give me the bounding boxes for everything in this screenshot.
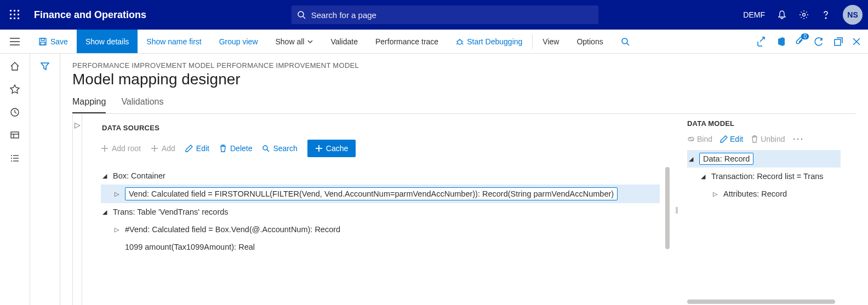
chevron-icon[interactable] [711,191,719,198]
tree-node-label: Attributes: Record [723,188,787,200]
chevron-icon[interactable] [101,209,108,216]
history-icon[interactable] [10,107,20,117]
svg-rect-3 [10,14,12,15]
edit-dm-button[interactable]: Edit [720,135,743,143]
bell-icon[interactable] [777,10,787,20]
bind-label: Bind [697,135,712,143]
chevron-icon[interactable] [113,226,121,233]
scrollbar-horizontal[interactable] [687,300,835,304]
tree-node-label: Data: Record [699,153,753,165]
svg-line-22 [462,41,463,42]
chevron-icon[interactable] [699,173,707,180]
svg-rect-18 [41,42,45,45]
splitter[interactable]: ‖ [671,114,682,305]
delete-ds-button[interactable]: Delete [219,144,252,153]
svg-rect-2 [18,10,19,11]
svg-rect-0 [10,10,12,11]
add-label: Add [162,144,175,153]
data-sources-heading: DATA SOURCES [102,124,671,132]
expand-types-panel[interactable]: ▷ [72,114,82,305]
attach-icon[interactable] [796,37,804,47]
cache-button[interactable]: Cache [307,140,356,157]
filter-icon[interactable] [40,61,50,305]
svg-point-44 [263,146,267,150]
tree-row[interactable]: #Vend: Calculated field = Box.Vend(@.Acc… [101,221,660,238]
add-button: Add [151,144,175,153]
tree-row[interactable]: Attributes: Record [687,185,841,203]
chevron-down-icon [307,39,313,44]
data-sources-tree[interactable]: Box: ContainerVend: Calculated field = F… [101,167,671,256]
start-debugging-button[interactable]: Start Debugging [447,30,531,53]
chevron-icon[interactable] [113,191,121,198]
svg-rect-27 [835,39,841,45]
search-icon [297,10,306,19]
ribbon-search-icon[interactable] [612,30,638,53]
tree-row[interactable]: Trans: Table 'VendTrans' records [101,203,660,221]
app-launcher-icon[interactable] [0,10,30,20]
svg-point-19 [458,40,462,44]
data-model-heading: DATA MODEL [687,119,852,128]
svg-point-11 [803,14,806,16]
show-all-dropdown[interactable]: Show all [267,30,322,53]
show-all-label: Show all [276,37,305,46]
validate-button[interactable]: Validate [322,30,367,53]
office-icon[interactable] [777,37,786,47]
save-label: Save [50,37,68,46]
tab-mapping[interactable]: Mapping [72,97,106,113]
gear-icon[interactable] [799,10,809,20]
app-title: Finance and Operations [34,9,146,21]
link-icon[interactable] [757,37,767,47]
scrollbar-vertical[interactable] [665,167,670,249]
cache-label: Cache [326,144,348,153]
help-icon[interactable] [821,10,831,20]
more-icon[interactable]: ··· [793,133,804,145]
tab-validations[interactable]: Validations [121,97,163,113]
page-title: Model mapping designer [72,71,856,88]
global-search[interactable] [292,5,598,24]
chevron-icon[interactable] [101,172,108,180]
search-ds-button[interactable]: Search [262,144,297,153]
performance-trace-button[interactable]: Performance trace [367,30,447,53]
user-avatar[interactable]: NS [843,5,863,25]
svg-rect-7 [14,18,15,19]
home-icon[interactable] [10,61,20,71]
svg-line-23 [456,43,458,44]
svg-rect-31 [11,132,19,138]
tree-row[interactable]: 1099 amount(Tax1099Amount): Real [101,238,660,256]
data-model-tree[interactable]: Data: RecordTransaction: Record list = T… [687,150,852,203]
global-search-input[interactable] [311,10,593,20]
edit-ds-button[interactable]: Edit [185,144,209,153]
group-view-button[interactable]: Group view [210,30,267,53]
show-details-button[interactable]: Show details [77,30,138,53]
show-name-first-button[interactable]: Show name first [138,30,210,53]
svg-line-45 [267,149,269,152]
view-label: View [542,37,559,46]
popout-icon[interactable] [834,37,843,46]
tree-row[interactable]: Vend: Calculated field = FIRSTORNULL(FIL… [101,185,660,203]
hamburger-icon[interactable] [0,30,30,53]
tree-row[interactable]: Box: Container [101,167,660,185]
refresh-icon[interactable] [814,37,824,47]
workspace-icon[interactable] [10,130,20,140]
tree-node-label: Transaction: Record list = Trans [711,170,824,182]
svg-point-25 [622,38,627,44]
svg-rect-1 [14,10,15,11]
options-button[interactable]: Options [568,30,612,53]
modules-icon[interactable] [10,153,20,163]
tree-row[interactable]: Data: Record [687,150,841,168]
star-icon[interactable] [10,84,20,94]
bind-button: Bind [687,135,712,143]
save-button[interactable]: Save [30,30,77,53]
svg-line-24 [462,43,463,44]
svg-rect-4 [14,14,15,15]
view-button[interactable]: View [534,30,568,53]
delete-ds-label: Delete [230,144,252,153]
svg-rect-8 [18,18,19,19]
close-icon[interactable] [853,38,860,45]
tree-node-label: #Vend: Calculated field = Box.Vend(@.Acc… [125,223,340,235]
tree-row[interactable]: Transaction: Record list = Trans [687,168,841,185]
show-details-label: Show details [85,37,129,46]
svg-rect-6 [10,18,12,19]
legal-entity[interactable]: DEMF [743,10,765,19]
chevron-icon[interactable] [687,156,695,163]
